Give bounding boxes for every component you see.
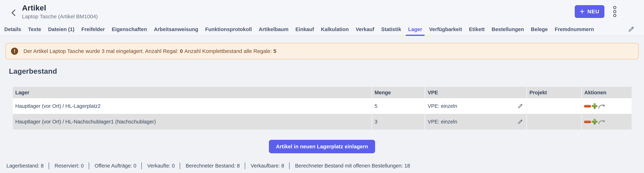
column-header-lager: Lager [13, 87, 372, 98]
column-header-aktionen: Aktionen [582, 87, 632, 98]
summary-separator: │ [244, 162, 247, 169]
new-button[interactable]: + NEU [575, 5, 604, 18]
page-title: Artikel [22, 4, 98, 12]
section-title: Lagerbestand [9, 67, 644, 76]
warning-text: Der Artikel Laptop Tasche wurde 3 mal ei… [24, 48, 276, 54]
minus-icon [584, 105, 591, 108]
cell-aktionen [582, 114, 632, 130]
cell-aktionen [582, 98, 632, 114]
vpe-value: VPE: einzeln [428, 103, 457, 109]
top-band: Artikel Laptop Tasche (Artikel BM1004) +… [0, 0, 644, 36]
table-actions: Artikel in neuen Lagerplatz einlagern [0, 140, 644, 153]
pencil-icon [517, 119, 523, 125]
cell-menge: 3 [372, 114, 425, 130]
tab-bar: Details Texte Dateien (1) Freifelder Eig… [0, 23, 644, 36]
summary-separator: │ [178, 162, 182, 169]
summary-separator: │ [288, 162, 291, 169]
column-header-vpe: VPE [425, 87, 526, 98]
chevron-left-icon [11, 14, 16, 17]
page-subtitle: Laptop Tasche (Artikel BM1004) [22, 14, 98, 20]
stock-summary-bar: Lagerbestand: 8 │ Reserviert: 0 │ Offene… [6, 162, 644, 169]
edit-tabs-button[interactable] [626, 23, 636, 36]
warning-text-part2: Anzahl Komplettbestand alle Regale: [184, 48, 272, 54]
increase-stock-button[interactable] [592, 103, 598, 109]
pencil-icon [517, 103, 523, 109]
increase-stock-button[interactable] [592, 119, 598, 125]
tab-kalkulation[interactable]: Kalkulation [321, 23, 349, 36]
transfer-stock-button[interactable] [598, 103, 606, 109]
cell-projekt [527, 98, 581, 114]
warning-banner: ! Der Artikel Laptop Tasche wurde 3 mal … [5, 43, 639, 59]
tab-details[interactable]: Details [4, 23, 21, 36]
plus-icon [592, 119, 598, 125]
tab-bestellungen[interactable]: Bestellungen [492, 23, 524, 36]
column-header-menge: Menge [372, 87, 425, 98]
summary-item: Verkaufbare: 8 [250, 163, 284, 169]
tab-freifelder[interactable]: Freifelder [81, 23, 105, 36]
tab-verfuegbarkeit[interactable]: Verfügbarkeit [429, 23, 462, 36]
stock-table: Lager Menge VPE Projekt Aktionen Hauptla… [13, 87, 630, 130]
tab-verkauf[interactable]: Verkauf [356, 23, 374, 36]
vpe-value: VPE: einzeln [428, 119, 457, 125]
cell-projekt [527, 114, 581, 130]
decrease-stock-button[interactable] [584, 120, 591, 123]
tab-arbeitsanweisung[interactable]: Arbeitsanweisung [154, 23, 198, 36]
edit-row-button[interactable] [517, 119, 523, 125]
article-detail-page: Artikel Laptop Tasche (Artikel BM1004) +… [0, 0, 644, 169]
summary-separator: │ [48, 162, 51, 169]
summary-item: Berechneter Bestand: 8 [186, 163, 240, 169]
tab-dateien[interactable]: Dateien (1) [48, 23, 74, 36]
tab-statistik[interactable]: Statistik [381, 23, 401, 36]
tab-etikett[interactable]: Etikett [469, 23, 485, 36]
store-in-new-location-button[interactable]: Artikel in neuen Lagerplatz einlagern [269, 140, 375, 153]
redo-arrow-icon [598, 103, 606, 109]
new-button-label: NEU [587, 8, 600, 14]
column-header-projekt: Projekt [527, 87, 581, 98]
tab-belege[interactable]: Belege [531, 23, 548, 36]
tab-fremdnummern[interactable]: Fremdnummern [555, 23, 594, 36]
header-actions: + NEU [575, 5, 617, 18]
kebab-menu-icon[interactable] [612, 5, 617, 18]
page-header: Artikel Laptop Tasche (Artikel BM1004) +… [0, 0, 644, 23]
summary-item: Reserviert: 0 [54, 163, 84, 169]
warning-value-gesamt: 5 [273, 48, 276, 54]
minus-icon [584, 120, 591, 123]
cell-menge: 5 [372, 98, 425, 114]
warning-value-regal: 0 [180, 48, 183, 54]
cell-lager: Hauptlager (vor Ort) / HL-Lagerplatz2 [13, 98, 372, 114]
summary-item: Verkaufte: 0 [147, 163, 175, 169]
cell-vpe: VPE: einzeln [425, 98, 526, 114]
tab-einkauf[interactable]: Einkauf [295, 23, 314, 36]
cell-vpe: VPE: einzeln [425, 114, 526, 130]
warning-icon: ! [11, 48, 18, 55]
tab-funktionsprotokoll[interactable]: Funktionsprotokoll [205, 23, 252, 36]
back-button[interactable] [11, 9, 16, 16]
tab-texte[interactable]: Texte [28, 23, 41, 36]
summary-item: Offene Aufträge: 0 [95, 163, 136, 169]
warning-text-part1: Der Artikel Laptop Tasche wurde 3 mal ei… [24, 48, 178, 54]
lager-tab-content: ! Der Artikel Laptop Tasche wurde 3 mal … [0, 43, 644, 169]
plus-icon [592, 103, 598, 109]
pencil-icon [628, 26, 635, 33]
transfer-stock-button[interactable] [598, 119, 606, 124]
cell-lager: Hauptlager (vor Ort) / HL-Nachschublager… [13, 114, 372, 130]
title-block: Artikel Laptop Tasche (Artikel BM1004) [22, 4, 98, 20]
summary-item: Lagerbestand: 8 [6, 163, 44, 169]
summary-separator: │ [88, 162, 91, 169]
edit-row-button[interactable] [517, 103, 523, 109]
tab-artikelbaum[interactable]: Artikelbaum [259, 23, 288, 36]
summary-item: Berechneter Bestand mit offenen Bestellu… [295, 163, 410, 169]
decrease-stock-button[interactable] [584, 105, 591, 108]
tab-eigenschaften[interactable]: Eigenschaften [112, 23, 147, 36]
summary-separator: │ [140, 162, 144, 169]
redo-arrow-icon [598, 119, 606, 124]
tab-lager[interactable]: Lager [408, 23, 422, 36]
